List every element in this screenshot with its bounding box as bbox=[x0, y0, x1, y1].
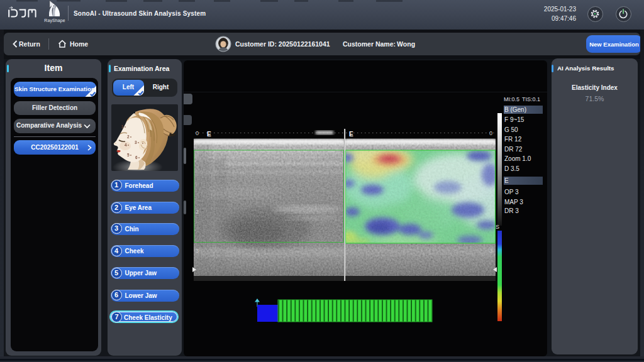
svg-text:E: E bbox=[349, 131, 353, 138]
svg-text:2: 2 bbox=[196, 209, 199, 215]
svg-text:S: S bbox=[496, 224, 499, 230]
svg-text:2: 2 bbox=[127, 134, 130, 139]
svg-text:E: E bbox=[207, 131, 211, 138]
svg-text:6: 6 bbox=[135, 155, 138, 160]
svg-text:5: 5 bbox=[127, 153, 130, 157]
svg-text:0: 0 bbox=[196, 130, 199, 136]
svg-text:3: 3 bbox=[196, 248, 199, 254]
svg-text:0: 0 bbox=[489, 130, 492, 136]
svg-text:3: 3 bbox=[489, 248, 492, 254]
svg-text:3: 3 bbox=[135, 140, 137, 145]
svg-text:4: 4 bbox=[125, 143, 127, 147]
svg-text:1: 1 bbox=[121, 124, 124, 129]
